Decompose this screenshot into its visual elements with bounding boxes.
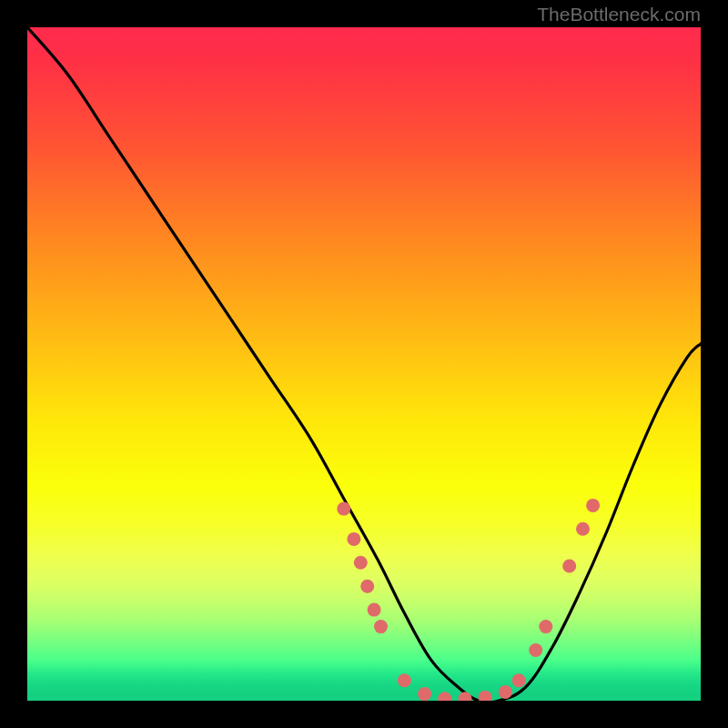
data-point — [438, 692, 451, 701]
data-point — [499, 685, 512, 699]
data-points — [337, 499, 600, 701]
data-point — [374, 620, 388, 633]
data-point — [398, 673, 411, 687]
data-point — [529, 643, 542, 657]
data-point — [368, 603, 381, 617]
data-point — [354, 556, 368, 570]
curve-layer — [27, 27, 701, 701]
plot-area — [27, 27, 701, 701]
data-point — [360, 580, 374, 593]
data-point — [539, 620, 552, 633]
data-point — [479, 691, 492, 701]
data-point — [512, 673, 526, 687]
data-point — [586, 499, 600, 512]
curve-path — [27, 27, 701, 701]
chart-frame: TheBottleneck.com — [0, 0, 728, 728]
watermark-text: TheBottleneck.com — [537, 4, 701, 25]
bottleneck-curve — [27, 27, 701, 701]
data-point — [576, 522, 590, 536]
data-point — [337, 502, 350, 516]
data-point — [562, 560, 576, 573]
data-point — [418, 687, 431, 701]
data-point — [459, 692, 472, 701]
data-point — [347, 532, 360, 546]
